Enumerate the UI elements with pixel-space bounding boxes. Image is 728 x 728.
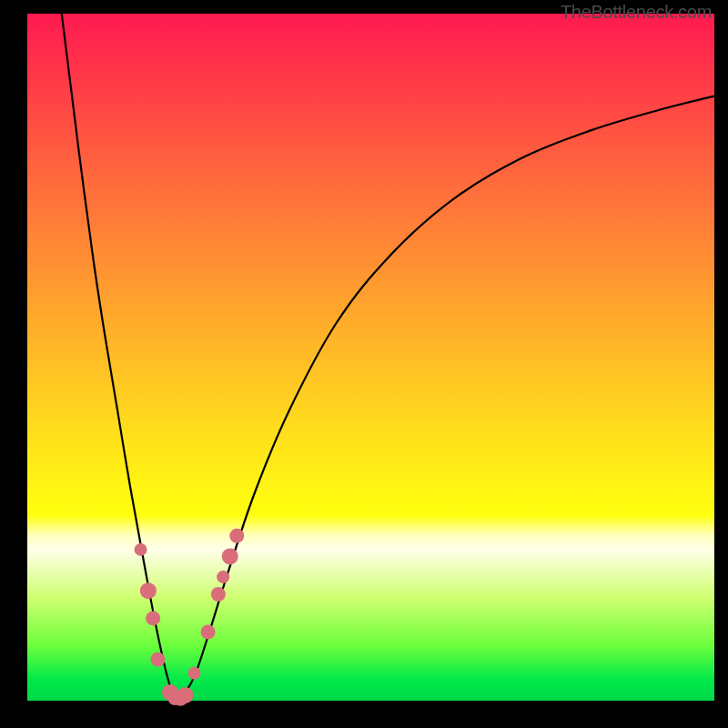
bottleneck-chart: TheBottleneck.com [0, 0, 728, 728]
plot-gradient-background [27, 14, 714, 701]
attribution-label: TheBottleneck.com [561, 2, 712, 23]
